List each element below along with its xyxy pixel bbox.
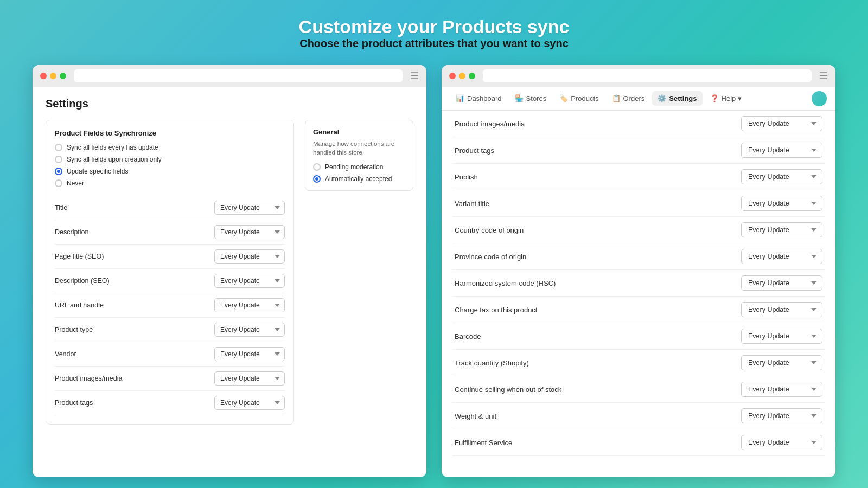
sync-select[interactable]: Every UpdateUpdate EveryNever [741,355,822,370]
nav-products-label: Products [571,94,598,102]
radio-item-1[interactable]: Sync all fields every has update [55,144,285,151]
left-titlebar: ☰ [33,65,426,87]
field-select[interactable]: Every UpdateUpdate EveryNever [214,298,285,312]
field-select[interactable]: Every UpdateUpdate EveryNever [214,371,285,386]
field-select[interactable]: Every UpdateUpdate EveryNever [214,201,285,215]
general-radio-circle-2 [313,175,321,183]
field-row: Description (SEO)Every UpdateUpdate Ever… [55,269,285,293]
field-row: Product tagsEvery UpdateUpdate EveryNeve… [55,391,285,415]
sync-row: BarcodeEvery UpdateUpdate EveryNever [452,323,825,350]
field-row: DescriptionEvery UpdateUpdate EveryNever [55,220,285,245]
sync-row: Weight & unitEvery UpdateUpdate EveryNev… [452,403,825,429]
close-button[interactable] [40,73,47,79]
right-close-button[interactable] [449,73,456,79]
sync-select[interactable]: Every UpdateUpdate EveryNever [741,329,822,344]
minimize-button[interactable] [50,73,56,79]
radio-label-3: Update specific fields [67,168,128,175]
field-label: Description [55,228,89,236]
field-row: Page title (SEO)Every UpdateUpdate Every… [55,245,285,269]
field-row: VendorEvery UpdateUpdate EveryNever [55,342,285,367]
radio-item-3[interactable]: Update specific fields [55,168,285,175]
general-radio-group: Pending moderation Automatically accepte… [313,163,405,183]
sync-select[interactable]: Every UpdateUpdate EveryNever [741,116,822,131]
sync-select[interactable]: Every UpdateUpdate EveryNever [741,302,822,317]
product-fields-box: Product Fields to Synchronize Sync all f… [46,120,294,425]
field-label: Title [55,204,67,211]
sync-select[interactable]: Every UpdateUpdate EveryNever [741,408,822,423]
general-radio-1[interactable]: Pending moderation [313,163,405,171]
sync-label: Variant title [455,200,489,208]
product-fields-heading: Product Fields to Synchronize [55,129,285,137]
sync-label: Product tags [455,146,494,155]
sync-select[interactable]: Every UpdateUpdate EveryNever [741,435,822,450]
page-header: Customize your Products sync Choose the … [299,16,570,50]
sync-label: Continue selling when out of stock [455,386,561,394]
radio-circle-3 [55,168,62,175]
left-window: ☰ Settings Product Fields to Synchronize… [33,65,426,477]
field-select[interactable]: Every UpdateUpdate EveryNever [214,274,285,288]
nav-orders-label: Orders [623,94,645,102]
field-row: Product typeEvery UpdateUpdate EveryNeve… [55,318,285,342]
sync-label: Product images/media [455,120,525,128]
sync-select[interactable]: Every UpdateUpdate EveryNever [741,222,822,237]
sync-row: Country code of originEvery UpdateUpdate… [452,217,825,243]
nav-help[interactable]: ❓ Help ▾ [705,91,747,106]
nav-products[interactable]: 🏷️ Products [554,91,604,106]
field-select[interactable]: Every UpdateUpdate EveryNever [214,347,285,361]
right-scroll-area[interactable]: Product images/mediaEvery UpdateUpdate E… [442,111,835,477]
right-maximize-button[interactable] [469,73,475,79]
sync-row: Continue selling when out of stockEvery … [452,376,825,403]
sync-select[interactable]: Every UpdateUpdate EveryNever [741,169,822,184]
sync-select[interactable]: Every UpdateUpdate EveryNever [741,249,822,264]
navbar: 📊 Dashboard 🏪 Stores 🏷️ Products 📋 Order… [442,87,835,111]
field-row: TitleEvery UpdateUpdate EveryNever [55,196,285,220]
general-radio-2[interactable]: Automatically accepted [313,175,405,183]
nav-dashboard-label: Dashboard [467,94,502,102]
nav-stores-label: Stores [526,94,547,102]
sync-row: PublishEvery UpdateUpdate EveryNever [452,164,825,190]
nav-settings[interactable]: ⚙️ Settings [652,91,702,106]
address-bar[interactable] [74,69,403,82]
sub-title: Choose the product attributes that you w… [299,37,570,50]
field-select[interactable]: Every UpdateUpdate EveryNever [214,396,285,410]
traffic-lights-right [449,73,475,79]
user-avatar[interactable] [812,91,827,106]
sync-select[interactable]: Every UpdateUpdate EveryNever [741,196,822,211]
sync-select[interactable]: Every UpdateUpdate EveryNever [741,275,822,291]
main-title: Customize your Products sync [299,16,570,37]
nav-orders[interactable]: 📋 Orders [607,91,650,106]
sync-select[interactable]: Every UpdateUpdate EveryNever [741,143,822,158]
field-label: Product tags [55,399,93,407]
radio-item-2[interactable]: Sync all fields upon creation only [55,156,285,163]
field-select[interactable]: Every UpdateUpdate EveryNever [214,225,285,239]
products-icon: 🏷️ [559,94,568,102]
right-minimize-button[interactable] [459,73,465,79]
field-select[interactable]: Every UpdateUpdate EveryNever [214,249,285,264]
radio-label-4: Never [67,179,84,187]
right-window-content: Product images/mediaEvery UpdateUpdate E… [442,111,835,477]
field-row: Product images/mediaEvery UpdateUpdate E… [55,367,285,391]
nav-dashboard[interactable]: 📊 Dashboard [450,91,507,106]
sync-label: Province code of origin [455,253,526,261]
help-icon: ❓ [710,94,719,102]
radio-circle-1 [55,144,62,151]
sync-select[interactable]: Every UpdateUpdate EveryNever [741,382,822,397]
sync-row: Product images/mediaEvery UpdateUpdate E… [452,111,825,137]
right-address-bar[interactable] [483,69,812,82]
radio-item-4[interactable]: Never [55,179,285,187]
menu-icon[interactable]: ☰ [410,70,419,82]
maximize-button[interactable] [60,73,66,79]
sync-label: Track quantity (Shopify) [455,359,529,367]
dashboard-icon: 📊 [456,94,464,102]
right-window: ☰ 📊 Dashboard 🏪 Stores 🏷️ Products 📋 Ord… [442,65,835,477]
right-menu-icon[interactable]: ☰ [819,70,828,82]
field-label: Product type [55,326,93,333]
nav-stores[interactable]: 🏪 Stores [509,91,552,106]
general-radio-circle-1 [313,163,321,171]
radio-circle-2 [55,156,62,163]
settings-panel: Product Fields to Synchronize Sync all f… [46,120,413,466]
left-window-content: Settings Product Fields to Synchronize S… [33,87,426,477]
sync-label: Publish [455,173,478,181]
sync-label: Fulfillment Service [455,439,512,447]
field-select[interactable]: Every UpdateUpdate EveryNever [214,323,285,337]
